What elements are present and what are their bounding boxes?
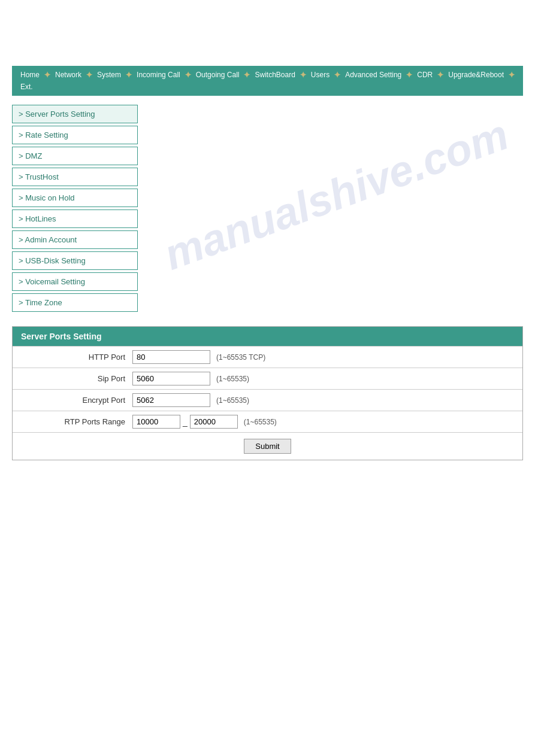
nav-item-home[interactable]: Home [18, 69, 42, 80]
nav-item-outgoing-call[interactable]: Outgoing Call [194, 69, 242, 80]
nav-item-ext[interactable]: Ext. [18, 81, 35, 92]
sidebar-item-voicemail[interactable]: > Voicemail Setting [12, 272, 138, 291]
nav-separator: ✦ [508, 70, 515, 80]
sidebar-item-admin-account[interactable]: > Admin Account [12, 230, 138, 249]
settings-row-rtp-ports: RTP Ports Range_(1~65535) [13, 411, 522, 432]
http-port-label: HTTP Port [13, 349, 132, 365]
sidebar-item-hotlines[interactable]: > HotLines [12, 210, 138, 228]
sidebar: > Server Ports Setting> Rate Setting> DM… [12, 105, 138, 314]
sidebar-item-server-ports[interactable]: > Server Ports Setting [12, 105, 138, 123]
sip-port-hint: (1~65535) [216, 375, 249, 383]
nav-separator: ✦ [300, 70, 307, 80]
rtp-separator: _ [183, 417, 188, 427]
nav-item-cdr[interactable]: CDR [415, 69, 435, 80]
sidebar-item-dmz[interactable]: > DMZ [12, 147, 138, 165]
nav-item-incoming-call[interactable]: Incoming Call [134, 69, 183, 80]
nav-item-switchboard[interactable]: SwitchBoard [252, 69, 297, 80]
settings-box: Server Ports Setting HTTP Port(1~65535 T… [12, 326, 523, 460]
nav-separator: ✦ [334, 70, 341, 80]
sidebar-item-rate-setting[interactable]: > Rate Setting [12, 126, 138, 144]
nav-item-network[interactable]: Network [53, 69, 84, 80]
encrypt-port-label: Encrypt Port [13, 392, 132, 408]
sidebar-item-music-on-hold[interactable]: > Music on Hold [12, 189, 138, 207]
nav-bar: Home✦Network✦System✦Incoming Call✦Outgoi… [12, 66, 523, 96]
settings-header: Server Ports Setting [13, 327, 522, 346]
encrypt-port-input[interactable] [132, 393, 210, 407]
http-port-hint: (1~65535 TCP) [216, 353, 265, 362]
nav-separator: ✦ [44, 70, 51, 80]
rtp-range: _ [132, 415, 238, 429]
nav-separator: ✦ [406, 70, 413, 80]
nav-separator: ✦ [86, 70, 93, 80]
sidebar-item-usb-disk[interactable]: > USB-Disk Setting [12, 251, 138, 270]
main-content: > Server Ports Setting> Rate Setting> DM… [12, 105, 523, 314]
nav-item-users[interactable]: Users [309, 69, 332, 80]
sip-port-label: Sip Port [13, 371, 132, 387]
encrypt-port-hint: (1~65535) [216, 396, 249, 405]
http-port-input[interactable] [132, 350, 210, 364]
sidebar-item-time-zone[interactable]: > Time Zone [12, 293, 138, 312]
settings-row-sip-port: Sip Port(1~65535) [13, 368, 522, 389]
nav-item-upgrade-reboot[interactable]: Upgrade&Reboot [446, 69, 506, 80]
nav-separator: ✦ [437, 70, 444, 80]
submit-row: Submit [13, 432, 522, 460]
nav-item-system[interactable]: System [95, 69, 123, 80]
nav-separator: ✦ [185, 70, 192, 80]
settings-row-http-port: HTTP Port(1~65535 TCP) [13, 346, 522, 368]
settings-section: Server Ports Setting HTTP Port(1~65535 T… [12, 326, 523, 460]
watermark-area: manualshive.com [150, 105, 523, 284]
rtp-ports-label: RTP Ports Range [13, 414, 132, 430]
submit-button[interactable]: Submit [244, 439, 291, 454]
rtp-ports-input1[interactable] [132, 415, 180, 429]
nav-separator: ✦ [125, 70, 132, 80]
sip-port-input[interactable] [132, 372, 210, 385]
rtp-ports-input2[interactable] [190, 415, 238, 429]
watermark-text: manualshive.com [158, 110, 515, 280]
sidebar-item-trusthost[interactable]: > TrustHost [12, 168, 138, 186]
settings-row-encrypt-port: Encrypt Port(1~65535) [13, 389, 522, 411]
nav-item-advanced-setting[interactable]: Advanced Setting [343, 69, 404, 80]
nav-separator: ✦ [243, 70, 250, 80]
rtp-ports-hint: (1~65535) [244, 418, 277, 426]
